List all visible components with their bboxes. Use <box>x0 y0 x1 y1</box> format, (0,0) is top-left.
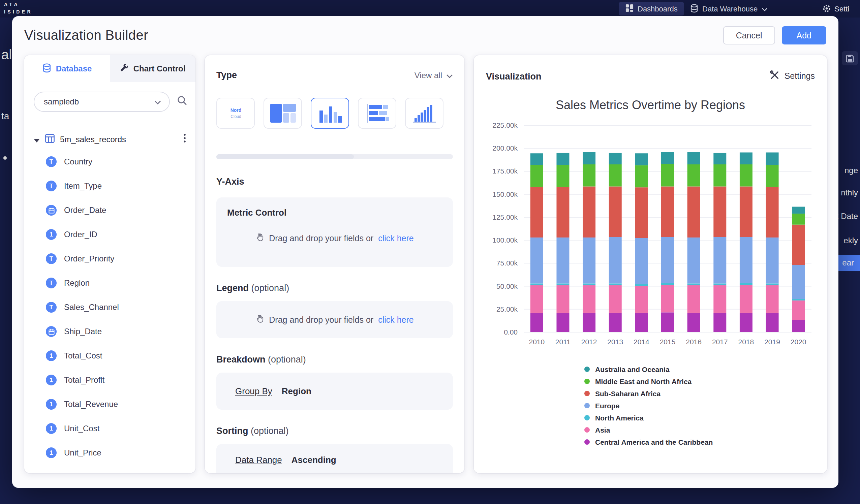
bar-segment[interactable] <box>556 313 569 332</box>
data-range-label[interactable]: Data Range <box>235 455 282 465</box>
nav-settings[interactable]: Setti <box>822 2 849 15</box>
bar-segment[interactable] <box>687 313 700 332</box>
bar-segment[interactable] <box>583 285 596 313</box>
bar-segment[interactable] <box>713 283 726 285</box>
legend-item[interactable]: North America <box>584 414 815 422</box>
bar-segment[interactable] <box>609 164 622 186</box>
bar-segment[interactable] <box>635 238 648 284</box>
bar-segment[interactable] <box>713 186 726 237</box>
bar-segment[interactable] <box>713 285 726 313</box>
bar-segment[interactable] <box>766 237 779 283</box>
bar-segment[interactable] <box>687 237 700 283</box>
chart-type-histogram[interactable] <box>405 98 443 129</box>
background-button-fragment[interactable]: ear <box>835 255 860 271</box>
legend-dropzone[interactable]: Drag and drop your fields or click here <box>216 301 453 338</box>
bar-segment[interactable] <box>713 313 726 332</box>
bar-segment[interactable] <box>583 283 596 285</box>
bar-segment[interactable] <box>556 153 569 165</box>
chart-type-treemap[interactable] <box>263 98 302 129</box>
field-row-total_revenue[interactable]: 1Total_Revenue <box>46 392 196 416</box>
bar-segment[interactable] <box>766 313 779 332</box>
bar-segment[interactable] <box>740 313 752 332</box>
bar-segment[interactable] <box>530 313 543 332</box>
save-icon-button[interactable] <box>842 51 858 66</box>
bar-segment[interactable] <box>635 187 648 238</box>
bar-segment[interactable] <box>740 164 752 186</box>
bar-segment[interactable] <box>661 237 674 283</box>
bar-segment[interactable] <box>766 187 779 237</box>
bar-segment[interactable] <box>740 153 752 164</box>
bar-segment[interactable] <box>792 225 805 265</box>
bar-segment[interactable] <box>713 237 726 284</box>
bar-segment[interactable] <box>687 152 700 164</box>
bar-segment[interactable] <box>609 186 622 237</box>
bar-segment[interactable] <box>766 153 779 165</box>
bar-segment[interactable] <box>556 283 569 285</box>
bar-segment[interactable] <box>740 186 752 237</box>
scrollbar-thumb[interactable] <box>216 154 354 159</box>
bar-segment[interactable] <box>609 285 622 313</box>
bar-segment[interactable] <box>766 165 779 187</box>
bar-segment[interactable] <box>766 283 779 285</box>
data-range-value[interactable]: Ascending <box>291 455 336 465</box>
click-here-link[interactable]: click here <box>378 315 414 325</box>
bar-segment[interactable] <box>530 237 543 283</box>
bar-segment[interactable] <box>687 164 700 186</box>
bar-segment[interactable] <box>609 237 622 284</box>
sorting-field[interactable]: Data Range Ascending <box>216 444 453 473</box>
field-row-ship_date[interactable]: Ship_Date <box>46 319 196 344</box>
bar-segment[interactable] <box>687 283 700 285</box>
bar-segment[interactable] <box>661 283 674 285</box>
group-by-label[interactable]: Group By <box>235 386 272 396</box>
field-row-country[interactable]: TCountry <box>46 149 196 174</box>
field-row-total_cost[interactable]: 1Total_Cost <box>46 344 196 368</box>
metric-control-dropzone[interactable]: Metric Control Drag and drop your fields… <box>216 198 453 267</box>
bar-segment[interactable] <box>556 165 569 187</box>
bar-segment[interactable] <box>556 285 569 313</box>
bar-segment[interactable] <box>661 285 674 312</box>
search-icon[interactable] <box>176 95 187 109</box>
tab-database[interactable]: Database <box>24 55 110 82</box>
group-by-value[interactable]: Region <box>282 386 311 396</box>
bar-segment[interactable] <box>792 301 805 320</box>
bar-segment[interactable] <box>792 299 805 301</box>
field-row-item_type[interactable]: TItem_Type <box>46 174 196 198</box>
bar-segment[interactable] <box>792 265 805 299</box>
bar-segment[interactable] <box>583 186 596 237</box>
field-row-order_priority[interactable]: TOrder_Priority <box>46 247 196 271</box>
bar-segment[interactable] <box>583 237 596 283</box>
bar-segment[interactable] <box>792 214 805 225</box>
bar-segment[interactable] <box>635 153 648 165</box>
legend-item[interactable]: Australia and Oceania <box>584 365 815 373</box>
legend-item[interactable]: Sub-Saharan Africa <box>584 389 815 398</box>
legend-item[interactable]: Central America and the Caribbean <box>584 438 815 446</box>
bar-segment[interactable] <box>713 153 726 164</box>
caret-down-icon[interactable] <box>34 133 40 146</box>
field-row-unit_cost[interactable]: 1Unit_Cost <box>46 416 196 441</box>
legend-item[interactable]: Asia <box>584 426 815 434</box>
bar-segment[interactable] <box>556 237 569 283</box>
bar-segment[interactable] <box>530 187 543 237</box>
click-here-link[interactable]: click here <box>378 233 414 243</box>
cancel-button[interactable]: Cancel <box>723 26 775 44</box>
tab-chart-control[interactable]: Chart Control <box>110 55 196 82</box>
nav-data-warehouse[interactable]: Data Warehouse <box>690 2 768 15</box>
bar-segment[interactable] <box>609 313 622 332</box>
bar-segment[interactable] <box>609 283 622 285</box>
bar-segment[interactable] <box>766 285 779 313</box>
bar-segment[interactable] <box>661 312 674 332</box>
bar-segment[interactable] <box>556 187 569 237</box>
legend-item[interactable]: Europe <box>584 402 815 410</box>
chart-type-column[interactable] <box>311 98 349 129</box>
add-button[interactable]: Add <box>782 26 827 44</box>
breakdown-field[interactable]: Group By Region <box>216 373 453 410</box>
bar-segment[interactable] <box>687 285 700 313</box>
field-row-region[interactable]: TRegion <box>46 271 196 295</box>
field-row-order_date[interactable]: Order_Date <box>46 198 196 222</box>
chart-type-wordcloud[interactable]: NordCloud <box>216 98 255 129</box>
database-select[interactable]: sampledb <box>34 92 170 112</box>
table-tree-item[interactable]: 5m_sales_records <box>24 129 196 149</box>
field-row-total_profit[interactable]: 1Total_Profit <box>46 368 196 392</box>
bar-segment[interactable] <box>661 152 674 164</box>
bar-segment[interactable] <box>583 164 596 186</box>
